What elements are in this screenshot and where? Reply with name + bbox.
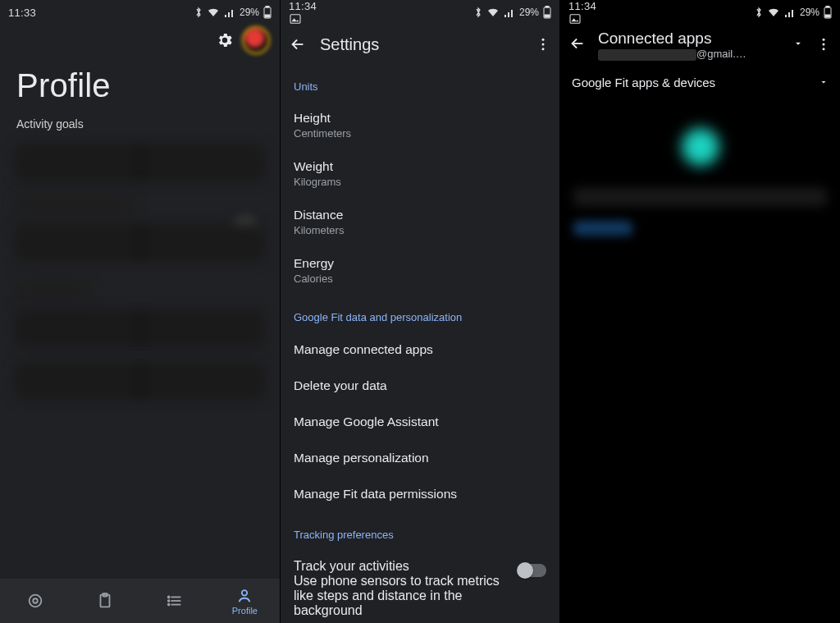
track-toggle[interactable] xyxy=(518,564,546,577)
battery-percent: 29% xyxy=(519,7,539,18)
setting-delete-data[interactable]: Delete your data xyxy=(281,368,559,404)
wifi-icon xyxy=(767,7,780,17)
nav-profile-label: Profile xyxy=(232,606,258,616)
back-icon[interactable] xyxy=(568,34,587,53)
more-icon[interactable] xyxy=(535,36,551,53)
battery-icon xyxy=(543,6,551,19)
group-data: Google Fit data and personalization xyxy=(281,295,559,332)
fit-apps-dropdown[interactable]: Google Fit apps & devices xyxy=(560,66,840,99)
setting-connected-apps[interactable]: Manage connected apps xyxy=(281,332,559,368)
account-email[interactable]: @gmail.… xyxy=(598,48,792,61)
nav-profile[interactable]: Profile xyxy=(210,579,280,623)
bottom-nav: Profile xyxy=(0,579,280,623)
back-icon[interactable] xyxy=(289,35,307,53)
image-icon xyxy=(568,12,582,25)
nav-journal[interactable] xyxy=(70,579,139,623)
status-bar: 11:33 29% xyxy=(0,0,280,25)
bluetooth-icon xyxy=(755,7,763,18)
setting-google-assistant[interactable]: Manage Google Assistant xyxy=(281,404,559,440)
svg-point-11 xyxy=(168,600,170,602)
svg-point-20 xyxy=(542,48,545,50)
wifi-icon xyxy=(207,7,220,17)
battery-percent: 29% xyxy=(240,7,259,18)
setting-weight[interactable]: Weight Kilograms xyxy=(281,149,559,198)
screen-connected-apps: 11:34 29% Connected apps @gmail.… xyxy=(559,0,840,623)
setting-energy[interactable]: Energy Calories xyxy=(281,246,559,295)
signal-icon xyxy=(504,7,515,17)
group-tracking: Tracking preferences xyxy=(281,512,559,549)
signal-icon xyxy=(784,7,796,17)
svg-point-12 xyxy=(168,604,170,606)
settings-title: Settings xyxy=(320,35,535,54)
section-activity-goals: Activity goals xyxy=(0,117,280,144)
connected-title: Connected apps xyxy=(598,30,792,48)
svg-rect-1 xyxy=(266,6,269,7)
svg-point-3 xyxy=(29,595,41,607)
wifi-icon xyxy=(486,7,500,17)
redacted-email-local xyxy=(598,49,696,61)
redacted-text xyxy=(573,188,827,206)
bluetooth-icon xyxy=(194,7,203,18)
svg-rect-17 xyxy=(545,15,550,17)
svg-point-18 xyxy=(542,39,545,41)
status-icons: 29% xyxy=(755,6,832,19)
screen-profile: 11:33 29% Profile Activity goals xyxy=(0,0,280,623)
svg-point-26 xyxy=(823,44,825,46)
target-icon xyxy=(26,592,44,610)
setting-fit-permissions[interactable]: Manage Fit data permissions xyxy=(281,476,559,512)
svg-point-10 xyxy=(168,597,170,598)
svg-point-27 xyxy=(823,48,825,50)
screen-settings: 11:34 29% Settings Units Height Centimet… xyxy=(280,0,559,623)
status-time: 11:34 xyxy=(289,0,474,25)
svg-point-4 xyxy=(33,598,38,603)
page-title: Profile xyxy=(0,62,280,117)
nav-browse[interactable] xyxy=(140,579,210,623)
clipboard-icon xyxy=(96,592,114,610)
svg-rect-24 xyxy=(825,15,830,17)
redacted-link xyxy=(573,221,632,236)
svg-rect-2 xyxy=(265,15,270,17)
setting-track-activities[interactable]: Track your activities Use phone sensors … xyxy=(281,549,559,623)
list-icon xyxy=(166,592,184,610)
gear-icon[interactable] xyxy=(216,31,234,49)
svg-point-19 xyxy=(542,44,545,46)
svg-rect-23 xyxy=(826,6,829,7)
status-time: 11:33 xyxy=(8,7,194,19)
status-time: 11:34 xyxy=(568,0,755,25)
svg-rect-21 xyxy=(570,14,580,23)
svg-point-13 xyxy=(242,590,247,595)
redacted-app-detail xyxy=(560,99,840,559)
status-icons: 29% xyxy=(194,6,272,19)
signal-icon xyxy=(224,7,235,17)
app-icon xyxy=(678,124,724,170)
status-icons: 29% xyxy=(474,6,551,19)
more-icon[interactable] xyxy=(815,36,832,53)
battery-icon xyxy=(824,6,832,19)
person-icon xyxy=(235,587,253,605)
setting-height[interactable]: Height Centimeters xyxy=(281,101,559,149)
status-bar: 11:34 29% xyxy=(281,0,559,25)
chevron-down-icon xyxy=(819,77,829,87)
group-units: Units xyxy=(281,64,559,101)
redacted-content xyxy=(0,144,280,400)
bluetooth-icon xyxy=(474,7,482,18)
setting-distance[interactable]: Distance Kilometers xyxy=(281,198,559,246)
setting-personalization[interactable]: Manage personalization xyxy=(281,440,559,476)
nav-home[interactable] xyxy=(0,579,70,623)
svg-rect-16 xyxy=(546,6,549,7)
image-icon xyxy=(289,12,302,25)
battery-percent: 29% xyxy=(800,7,819,18)
avatar[interactable] xyxy=(242,26,270,54)
svg-point-25 xyxy=(823,39,825,41)
battery-icon xyxy=(263,6,272,19)
chevron-down-icon[interactable] xyxy=(792,38,804,49)
status-bar: 11:34 29% xyxy=(560,0,840,25)
svg-rect-14 xyxy=(290,14,300,23)
